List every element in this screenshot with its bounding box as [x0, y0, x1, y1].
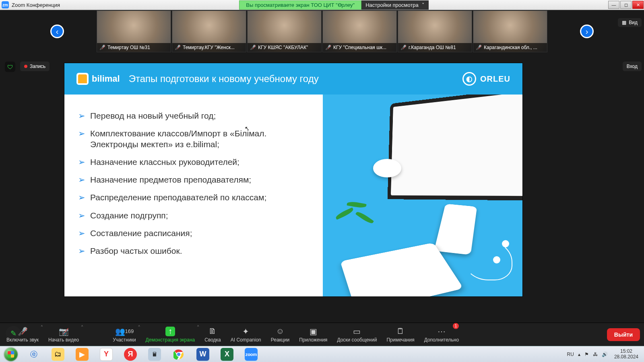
sign-in-button[interactable]: Вход: [623, 62, 642, 71]
bullet-chevron-icon: ➢: [78, 210, 85, 221]
participant-name: Карагандинская обл., ...: [484, 45, 537, 50]
toolbar-label: Начать видео: [48, 337, 79, 343]
notes-button[interactable]: 🗒 Примечания: [382, 323, 419, 346]
taskbar-calc-button[interactable]: 🖩: [142, 346, 167, 362]
slide-illustration: [323, 95, 522, 296]
zoom-app-icon: zm: [2, 1, 9, 8]
summary-icon: 🗎: [208, 327, 217, 336]
mic-muted-icon: 🎤̸: [325, 45, 331, 50]
bullet-text: Назначение предметов преподавателям;: [90, 175, 251, 185]
slide-bullet: ➢Создание подгрупп;: [78, 210, 311, 221]
bullet-text: Перевод на новый учебный год;: [90, 111, 216, 121]
participant-tile[interactable]: 🎤̸Карагандинская обл., ...: [473, 10, 547, 52]
taskbar-clock[interactable]: 15:02 28.08.2024: [612, 349, 641, 359]
start-button[interactable]: [0, 346, 22, 362]
recording-indicator[interactable]: Запись: [20, 62, 50, 71]
taskbar-yandex2-button[interactable]: Я: [118, 346, 142, 362]
taskbar-explorer-button[interactable]: 🗂: [46, 346, 70, 362]
toolbar-label: Примечания: [386, 337, 414, 343]
unmute-button[interactable]: 🎤̸ Включить звук ^: [2, 323, 43, 346]
screen-share-banner: Вы просматриваете экран ТОО ЦИТ "Өрлеу": [239, 0, 361, 10]
participant-name: КГУ "Специальная шк...: [333, 45, 386, 50]
tray-chevron-icon[interactable]: ▴: [578, 352, 580, 357]
tray-flag-icon[interactable]: ⚑: [584, 352, 589, 357]
slide-bullet: ➢Составление расписания;: [78, 228, 311, 239]
taskbar-ie-button[interactable]: ⓔ: [22, 346, 46, 362]
participant-tile[interactable]: 🎤̸КГУ "Специальная шк...: [322, 10, 397, 52]
smile-icon: ☺: [276, 327, 284, 336]
taskbar-chrome-button[interactable]: [167, 346, 191, 362]
toolbar-label: Сводка: [204, 337, 221, 343]
window-title: Zoom Конференция: [12, 2, 60, 8]
slide-bullet-list: ➢Перевод на новый учебный год; ➢Комплект…: [64, 95, 323, 296]
participant-tile[interactable]: 🎤̸Темиртау.КГУ "Женск...: [172, 10, 246, 52]
microphone-off-icon: 🎤̸: [18, 327, 28, 336]
taskbar-zoom-button[interactable]: zoom: [239, 346, 263, 362]
gallery-prev-button[interactable]: ‹: [50, 25, 64, 38]
taskbar-excel-button[interactable]: X: [215, 346, 239, 362]
mic-muted-icon: 🎤̸: [400, 45, 407, 50]
record-dot-icon: [24, 65, 27, 68]
toolbar-label: Доски сообщений: [337, 337, 377, 343]
bullet-text: Комплектование классов/Импорт в «Білімал…: [90, 128, 311, 150]
taskbar-word-button[interactable]: W: [191, 346, 215, 362]
chevron-up-icon[interactable]: ^: [41, 325, 43, 329]
slide-bullet: ➢Назначение предметов преподавателям;: [78, 175, 311, 185]
more-button[interactable]: ⋯ Дополнительно 1: [419, 323, 464, 346]
notification-badge: 1: [453, 323, 459, 329]
apps-button[interactable]: ▣ Приложения: [294, 323, 332, 346]
ai-companion-button[interactable]: ✦ AI Companion: [226, 323, 266, 346]
bullet-text: Разбор частых ошибок.: [90, 246, 182, 256]
reactions-button[interactable]: ☺ Реакции: [266, 323, 294, 346]
participant-tile[interactable]: 🎤̸г.Караганда ОШ №81: [398, 10, 472, 52]
participant-tile[interactable]: 🎤̸Темиртау ОШ №31: [97, 10, 171, 52]
zoom-toolbar: 🎤̸ Включить звук ^ 📷̸ Начать видео ^ 👥 1…: [0, 323, 644, 346]
participants-icon: 👥 169: [115, 327, 134, 336]
share-screen-icon: ↑: [165, 327, 175, 336]
mouse-graphic: [373, 159, 401, 177]
windows-taskbar: ⓔ 🗂 ▶ Y Я 🖩 W X zoom RU ▴ ⚑ 🖧 🔊 15:02 28…: [0, 346, 644, 362]
summary-button[interactable]: 🗎 Сводка: [200, 323, 226, 346]
security-shield-icon[interactable]: 🛡: [5, 62, 15, 72]
sparkle-icon: ✦: [242, 327, 249, 336]
input-language[interactable]: RU: [567, 352, 574, 357]
orleu-logo: ◐ ORLEU: [462, 72, 510, 86]
bullet-chevron-icon: ➢: [78, 157, 85, 167]
tray-network-icon[interactable]: 🖧: [593, 352, 598, 357]
share-screen-button[interactable]: ↑ Демонстрация экрана ^: [141, 323, 200, 346]
participant-name: КГУ КШЯС "АКБУЛАК": [258, 45, 308, 50]
clock-time: 15:02: [614, 349, 638, 354]
mouse-cursor-icon: ↖: [245, 125, 250, 132]
bullet-chevron-icon: ➢: [78, 175, 85, 185]
slide-bullet: ➢Разбор частых ошибок.: [78, 246, 311, 256]
bullet-text: Составление расписания;: [90, 228, 192, 239]
clock-date: 28.08.2024: [614, 354, 638, 360]
participants-button[interactable]: 👥 169 Участники ^: [108, 323, 140, 346]
plant-graphic: [335, 195, 383, 231]
tray-volume-icon[interactable]: 🔊: [602, 352, 608, 357]
taskbar-media-button[interactable]: ▶: [70, 346, 94, 362]
bullet-chevron-icon: ➢: [78, 128, 85, 150]
close-button[interactable]: ✕: [632, 1, 644, 9]
minimize-button[interactable]: —: [608, 1, 619, 9]
shared-screen-content: bilimal Этапы подготовки к новому учебно…: [64, 63, 522, 296]
toolbar-label: Реакции: [271, 337, 289, 343]
chevron-up-icon[interactable]: ^: [81, 325, 83, 329]
leave-meeting-button[interactable]: Выйти: [607, 328, 640, 341]
toolbar-label: Включить звук: [6, 337, 39, 343]
view-options-dropdown[interactable]: Настройки просмотра ˅: [361, 0, 429, 10]
board-icon: ▭: [353, 327, 361, 336]
window-titlebar: zm Zoom Конференция Вы просматриваете эк…: [0, 0, 644, 10]
participant-tile[interactable]: 🎤̸КГУ КШЯС "АКБУЛАК": [247, 10, 322, 52]
start-video-button[interactable]: 📷̸ Начать видео ^: [43, 323, 84, 346]
maximize-button[interactable]: ◻: [620, 1, 632, 9]
slide-title: Этапы подготовки к новому учебному году: [129, 73, 319, 84]
view-options-label: Настройки просмотра: [365, 2, 419, 8]
taskbar-yandex-button[interactable]: Y: [94, 346, 118, 362]
gallery-next-button[interactable]: ›: [580, 25, 594, 38]
slide-bullet: ➢Комплектование классов/Импорт в «Біліма…: [78, 128, 311, 150]
chevron-up-icon[interactable]: ^: [197, 325, 199, 329]
chevron-up-icon[interactable]: ^: [138, 325, 140, 329]
toolbar-label: Участники: [113, 337, 136, 343]
whiteboards-button[interactable]: ▭ Доски сообщений: [332, 323, 382, 346]
